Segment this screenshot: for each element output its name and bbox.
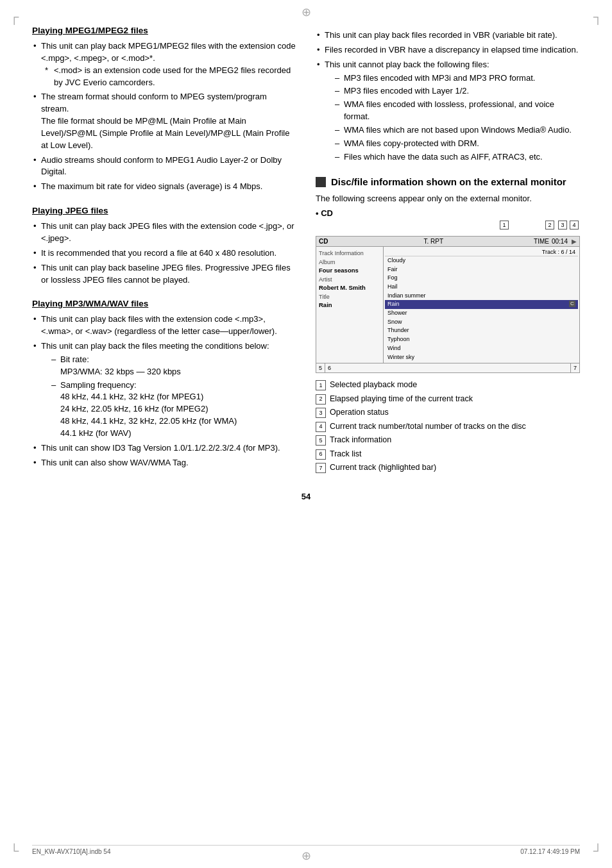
cd-time-label: TIME [534, 238, 549, 245]
vbr-bullet-3: This unit cannot play back the following… [316, 59, 580, 163]
legend-num-3: 3 [316, 408, 326, 418]
mpeg-bullet-2: The stream format should conform to MPEG… [32, 91, 296, 151]
cd-diagram: CD T. RPT TIME 00:14 ▶ Track Information [316, 236, 580, 373]
artist-label: Artist [319, 276, 332, 283]
title-label-row: Title [319, 293, 380, 301]
jpeg-bullet-list: This unit can play back JPEG files with … [32, 221, 296, 286]
cd-bottom-6: 6 [325, 363, 571, 372]
title-value-row: Rain [319, 301, 380, 309]
track-12: Winter sky [385, 353, 578, 362]
track-11: Wind [385, 344, 578, 353]
corner-br-deco: ┘ [593, 844, 602, 858]
disc-section-title: Disc/file information shown on the exter… [331, 176, 566, 188]
cd-body: Track Information Album Four seasons Art… [316, 247, 579, 363]
mp3-bitrate: Bit rate:MP3/WMA: 32 kbps — 320 kbps [50, 354, 296, 378]
cannot-2: MP3 files encoded with Layer 1/2. [334, 85, 580, 97]
legend-text-7: Current track (highlighted bar) [330, 462, 436, 474]
legend-item-7: 7 Current track (highlighted bar) [316, 462, 580, 474]
legend-item-5: 5 Track information [316, 435, 580, 446]
jpeg-bullet-1: This unit can play back JPEG files with … [32, 221, 296, 245]
mp3-bullet-list: This unit can play back files with the e… [32, 313, 296, 469]
track-6-highlighted: Rain C [385, 300, 578, 309]
track-5: Indian summer [385, 292, 578, 301]
cd-trpt-label: T. RPT [333, 238, 534, 245]
track-2: Fair [385, 265, 578, 274]
mp3-sampling: Sampling frequency: 48 kHz, 44.1 kHz, 32… [50, 380, 296, 440]
disc-section-intro: The following screens appear only on the… [316, 194, 580, 203]
mp3-bullet-3: This unit can show ID3 Tag Version 1.0/1… [32, 442, 296, 455]
mpeg-bullet-list: This unit can play back MPEG1/MPEG2 file… [32, 40, 296, 193]
footer-left: EN_KW-AVX710[A].indb 54 [32, 848, 110, 855]
page-footer: EN_KW-AVX710[A].indb 54 07.12.17 4:49:19… [32, 845, 580, 855]
cd-top-bar: CD T. RPT TIME 00:14 ▶ [316, 237, 579, 247]
album-value: Four seasons [319, 267, 359, 274]
artist-label-row: Artist [319, 276, 380, 284]
page-container: ┌ ┐ └ ┘ ⊕ ⊕ Playing MPEG1/MPEG2 files Th… [0, 0, 612, 868]
diagram-num-4: 4 [570, 221, 579, 230]
cannot-play-list: MP3 files encoded with MP3i and MP3 PRO … [334, 72, 580, 163]
cannot-4: WMA files which are not based upon Windo… [334, 124, 580, 137]
vbr-bullet-list: This unit can play back files recorded i… [316, 29, 580, 163]
mpeg-star-note: <.mod> is an extension code used for the… [41, 65, 296, 89]
track-4: Hail [385, 283, 578, 292]
mp3-conditions-list: Bit rate:MP3/WMA: 32 kbps — 320 kbps Sam… [50, 354, 296, 440]
legend-item-4: 4 Current track number/total number of t… [316, 421, 580, 433]
cannot-3: WMA files encoded with lossless, profess… [334, 99, 580, 123]
cannot-5: WMA files copy-protected with DRM. [334, 138, 580, 150]
corner-bl-deco: └ [10, 844, 19, 858]
cannot-1: MP3 files encoded with MP3i and MP3 PRO … [334, 72, 580, 85]
title-value: Rain [319, 301, 332, 308]
album-value-row: Four seasons [319, 267, 380, 274]
track-1: Cloudy [385, 256, 578, 265]
corner-tr-deco: ┐ [593, 10, 602, 24]
legend-num-2: 2 [316, 394, 326, 405]
legend-item-1: 1 Selected playback mode [316, 380, 580, 391]
vbr-section: This unit can play back files recorded i… [316, 29, 580, 163]
diagram-num-3: 3 [558, 221, 567, 230]
cd-bottom-bar: 5 6 7 [316, 363, 579, 372]
section-mp3-title: Playing MP3/WMA/WAV files [32, 299, 296, 308]
cd-time-value: 00:14 [552, 238, 568, 245]
legend-text-4: Current track number/total number of tra… [330, 421, 526, 433]
page-number: 54 [32, 492, 580, 501]
cd-label: • CD [316, 208, 580, 218]
mpeg-bullet-3: Audio streams should conform to MPEG1 Au… [32, 154, 296, 179]
legend-item-3: 3 Operation status [316, 407, 580, 419]
jpeg-bullet-3: This unit can play back baseline JPEG fi… [32, 262, 296, 287]
legend-text-1: Selected playback mode [330, 380, 417, 391]
mpeg-bullet-1: This unit can play back MPEG1/MPEG2 file… [32, 40, 296, 88]
track-7: Shower [385, 309, 578, 318]
section-mpeg-title: Playing MPEG1/MPEG2 files [32, 26, 296, 35]
legend-num-6: 6 [316, 449, 326, 460]
diagram-num-2: 2 [545, 221, 554, 230]
track-8: Snow [385, 318, 578, 327]
track-9: Thunder [385, 326, 578, 335]
section-jpeg-title: Playing JPEG files [32, 206, 296, 215]
cd-left-panel: Track Information Album Four seasons Art… [316, 247, 384, 363]
top-center-deco: ⊕ [302, 5, 311, 19]
legend-num-7: 7 [316, 463, 326, 473]
left-column: Playing MPEG1/MPEG2 files This unit can … [32, 26, 296, 479]
mp3-bullet-1: This unit can play back files with the e… [32, 313, 296, 338]
right-column: This unit can play back files recorded i… [316, 26, 580, 479]
cd-text-label: CD [319, 238, 328, 245]
legend-text-2: Elapsed playing time of the current trac… [330, 394, 473, 405]
mp3-bullet-2: This unit can play back the files meetin… [32, 340, 296, 440]
legend-list: 1 Selected playback mode 2 Elapsed playi… [316, 380, 580, 474]
mpeg-bullet-4: The maximum bit rate for video signals (… [32, 181, 296, 193]
track-info-label: Track Information [319, 250, 364, 256]
jpeg-bullet-2: It is recommended that you record a file… [32, 247, 296, 260]
vbr-bullet-1: This unit can play back files recorded i… [316, 29, 580, 42]
artist-value-row: Robert M. Smith [319, 284, 380, 292]
legend-item-6: 6 Track list [316, 449, 580, 460]
legend-text-3: Operation status [330, 407, 389, 419]
main-content: Playing MPEG1/MPEG2 files This unit can … [32, 26, 580, 479]
cd-track-header: Track : 6 / 14 [385, 248, 578, 256]
cd-bottom-7: 7 [571, 363, 579, 372]
mp3-bullet-4: This unit can also show WAV/WMA Tag. [32, 457, 296, 469]
cd-track-list: Cloudy Fair Fog Hail Indian summer Rain … [385, 256, 578, 362]
title-label: Title [319, 294, 330, 300]
album-label: Album [319, 259, 336, 265]
track-3: Fog [385, 274, 578, 283]
vbr-bullet-2: Files recorded in VBR have a discrepancy… [316, 44, 580, 56]
